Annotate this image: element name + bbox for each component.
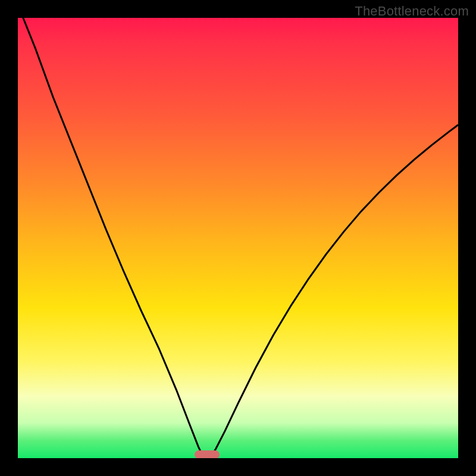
chart-frame: TheBottleneck.com	[0, 0, 476, 476]
plot-area	[18, 18, 458, 458]
watermark-text: TheBottleneck.com	[355, 4, 469, 19]
bottleneck-marker	[195, 450, 220, 458]
curve-right-branch	[212, 125, 458, 456]
curve-left-branch	[18, 18, 203, 456]
bottleneck-curve	[18, 18, 458, 458]
